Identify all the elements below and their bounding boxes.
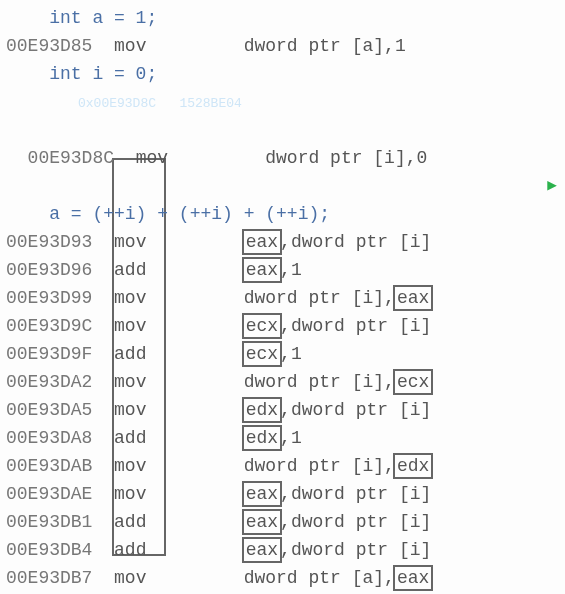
register: edx [246,400,278,420]
register-box: ecx [242,341,282,367]
asm-line: 00E93D9F add ecx,1 [6,340,559,368]
register-box: edx [242,397,282,423]
address: 00E93DA8 [6,428,92,448]
register: eax [246,232,278,252]
address: 00E93D93 [6,232,92,252]
register: ecx [246,344,278,364]
code-text: int i = 0; [6,64,157,84]
operand: 1 [291,260,302,280]
asm-line: 00E93D9C mov ecx,dword ptr [i] [6,312,559,340]
mnemonic: mov [114,316,146,336]
asm-line: 00E93DAE mov eax,dword ptr [i] [6,480,559,508]
asm-line: 00E93DB7 mov dword ptr [a],eax [6,564,559,592]
operand: 1 [291,428,302,448]
mnemonic: mov [114,400,146,420]
operand: 1 [291,344,302,364]
address: 00E93D9F [6,344,92,364]
register-box: ecx [242,313,282,339]
address: 00E93DAB [6,456,92,476]
asm-line: 0x00E93D8C 1528BE04 00E93D8C mov dword p… [6,88,559,200]
operand: dword ptr [i] [291,512,431,532]
asm-line: 00E93D96 add eax,1 [6,256,559,284]
source-line: a = (++i) + (++i) + (++i); [6,200,559,228]
asm-line: 00E93DAB mov dword ptr [i],edx [6,452,559,480]
operands: dword ptr [i],0 [265,148,427,168]
operand: dword ptr [a], [244,568,395,588]
sep: , [280,316,291,336]
register-box: eax [393,565,433,591]
sep: , [280,260,291,280]
address: 00E93D96 [6,260,92,280]
register-box: eax [242,257,282,283]
register-box: eax [242,229,282,255]
ghost-hint: 0x00E93D8C 1528BE04 [78,90,242,118]
mnemonic: add [114,260,146,280]
address: 00E93D85 [6,36,92,56]
register: eax [246,484,278,504]
operand: dword ptr [i], [244,372,395,392]
register: edx [246,428,278,448]
sep: , [280,344,291,364]
operands: dword ptr [a],1 [244,36,406,56]
address: 00E93DB4 [6,540,92,560]
mnemonic: add [114,540,146,560]
register: ecx [397,372,429,392]
code-text: a = (++i) + (++i) + (++i); [6,204,330,224]
mnemonic: add [114,344,146,364]
asm-line: 00E93D99 mov dword ptr [i],eax [6,284,559,312]
sep: , [280,232,291,252]
sep: , [280,540,291,560]
asm-line: 00E93DA5 mov edx,dword ptr [i] [6,396,559,424]
sep: , [280,512,291,532]
mnemonic: mov [114,372,146,392]
register-box: edx [242,425,282,451]
asm-line: 00E93DA8 add edx,1 [6,424,559,452]
register: eax [397,288,429,308]
register-box: eax [242,509,282,535]
register: ecx [246,316,278,336]
address: 00E93DA2 [6,372,92,392]
sep: , [280,428,291,448]
sep: , [280,484,291,504]
operand: dword ptr [i] [291,316,431,336]
address: 00E93DB7 [6,568,92,588]
address: 00E93D8C [28,148,114,168]
register-box: eax [242,537,282,563]
code-text: int a = 1; [6,8,157,28]
mnemonic: mov [114,288,146,308]
operand: dword ptr [i], [244,456,395,476]
register-box: ecx [393,369,433,395]
operand: dword ptr [i] [291,400,431,420]
mnemonic: mov [114,568,146,588]
source-line: int a = 1; [6,4,559,32]
register: eax [397,568,429,588]
register-box: eax [393,285,433,311]
mnemonic: mov [114,36,146,56]
asm-line: 00E93DB4 add eax,dword ptr [i] [6,536,559,564]
register: eax [246,540,278,560]
mnemonic: mov [114,456,146,476]
register-box: eax [242,481,282,507]
register-box: edx [393,453,433,479]
address: 00E93D99 [6,288,92,308]
source-line: int i = 0; [6,60,559,88]
address: 00E93D9C [6,316,92,336]
mnemonic: mov [114,484,146,504]
asm-line: 00E93DB1 add eax,dword ptr [i] [6,508,559,536]
asm-line: 00E93D93 mov eax,dword ptr [i] [6,228,559,256]
mnemonic: add [114,428,146,448]
mnemonic: mov [114,232,146,252]
operand: dword ptr [i], [244,288,395,308]
address: 00E93DB1 [6,512,92,532]
register: eax [246,260,278,280]
asm-line: 00E93D85 mov dword ptr [a],1 [6,32,559,60]
register: edx [397,456,429,476]
operand: dword ptr [i] [291,484,431,504]
address: 00E93DA5 [6,400,92,420]
operand: dword ptr [i] [291,540,431,560]
asm-line: 00E93DA2 mov dword ptr [i],ecx [6,368,559,396]
mnemonic: add [114,512,146,532]
register: eax [246,512,278,532]
operand: dword ptr [i] [291,232,431,252]
mnemonic: mov [136,148,168,168]
